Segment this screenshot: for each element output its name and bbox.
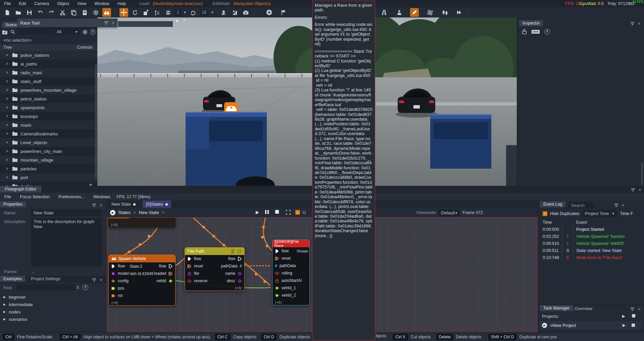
flowgraph-menu-item[interactable]: Focus Selection <box>15 195 54 199</box>
fit-view-icon[interactable] <box>286 210 291 215</box>
tree-item-petrol_station[interactable]: >petrol_station <box>0 94 97 103</box>
tree-scrollbar[interactable] <box>95 65 97 179</box>
graph-play-badge-icon[interactable]: ▶ <box>110 210 115 215</box>
pin-vehId_1[interactable]: vehId_1 <box>273 284 309 292</box>
pin-flow[interactable]: flow <box>185 255 210 262</box>
graph-pause-button[interactable] <box>265 210 269 214</box>
filter-menu-icon[interactable] <box>92 204 96 207</box>
close-icon[interactable]: × <box>100 277 102 283</box>
tree-item-powerlines_city_main[interactable]: >powerlines_city_main <box>0 147 97 156</box>
traffic-cone-button[interactable] <box>395 8 404 17</box>
pin-file[interactable]: file <box>185 270 210 277</box>
project-run-button[interactable]: ▶ <box>623 323 626 328</box>
update-checkbox[interactable]: ✓ <box>295 210 300 215</box>
project-row[interactable]: ▶ >New Project ▶ <box>539 321 643 329</box>
filter-menu-icon[interactable] <box>92 278 96 282</box>
pin-loaded[interactable]: loaded <box>152 270 175 277</box>
add-folder-icon[interactable] <box>2 29 8 35</box>
world-space-button[interactable]: w <box>153 8 161 17</box>
menu-item-help[interactable]: Help <box>113 1 130 6</box>
tree-item-Level_objects[interactable]: >Level_objects <box>0 138 97 147</box>
pin-pathData[interactable]: pathData# <box>219 262 244 270</box>
expand-chevron-icon[interactable]: > <box>5 131 9 136</box>
save-button[interactable] <box>25 8 34 17</box>
help-icon[interactable]: ? <box>544 29 550 35</box>
close-icon[interactable]: × <box>100 203 102 208</box>
event-log-tab[interactable]: Event Log <box>540 201 565 207</box>
description-input[interactable]: This is the description for graph New <box>31 218 102 266</box>
breadcrumb-root[interactable]: States <box>118 210 131 215</box>
pin-vehId[interactable]: vehId <box>152 277 175 285</box>
project-settings-tab[interactable]: Project Settings <box>26 276 60 281</box>
pin-flow[interactable]: flow <box>152 262 175 270</box>
example-category-nodes[interactable]: ▶nodes <box>0 308 106 315</box>
pin-flow[interactable]: flow <box>219 255 244 262</box>
close-icon[interactable]: × <box>183 18 186 23</box>
pin-rolling[interactable]: rolling <box>273 269 309 277</box>
snap-size-caret[interactable]: ▼ <box>184 11 187 14</box>
pin-rot[interactable]: rot <box>109 292 131 299</box>
player-camera-button[interactable] <box>219 8 228 17</box>
inspector-scrollbar[interactable] <box>641 162 643 185</box>
race-tool-window[interactable]: Race Tool <box>17 18 117 27</box>
projects-run-button[interactable]: ▶ <box>622 314 625 318</box>
graph-play-button[interactable]: ▶ <box>256 210 259 215</box>
tree-item-particles[interactable]: >particles <box>0 164 97 173</box>
tree-column-header[interactable]: Tree <box>3 45 12 50</box>
lock-icon[interactable] <box>522 29 527 35</box>
tree-filter-dropdown[interactable]: All▼ <box>55 29 80 35</box>
inspector-tab[interactable]: Inspector <box>519 20 543 26</box>
new-file-button[interactable] <box>3 8 11 17</box>
example-category-beginner[interactable]: ▶beginner <box>0 293 106 301</box>
filter-menu-icon[interactable] <box>104 21 108 25</box>
expand-chevron-icon[interactable]: > <box>5 149 9 154</box>
task-manager-tab[interactable]: Task Manager <box>540 305 573 311</box>
time-column-header[interactable]: Time <box>538 220 562 225</box>
pin-reset[interactable]: reset <box>273 255 309 262</box>
tree-item-spawnpoints[interactable]: >spawnpoints <box>0 103 97 112</box>
filter-menu-icon[interactable] <box>614 204 618 207</box>
graph-stop-button[interactable] <box>275 210 279 214</box>
event-log-row[interactable]: 0:02:252IVehicle Spawned "bastion <box>538 233 644 240</box>
settings-gear-icon[interactable] <box>91 8 100 17</box>
flowgraph-menu-item[interactable]: Preferences... <box>54 195 89 199</box>
expand-chevron-icon[interactable]: > <box>5 166 9 171</box>
pin-name[interactable]: name <box>219 270 244 277</box>
screenshot-camera-button[interactable] <box>242 8 250 17</box>
event-column-header[interactable]: Event <box>574 220 644 225</box>
menu-item-view[interactable]: View <box>73 1 90 6</box>
node-file-path[interactable]: File Path flowresetfilereverse flowpathD… <box>185 247 245 291</box>
menu-item-camera[interactable]: Camera <box>30 1 53 6</box>
close-icon[interactable]: × <box>638 306 641 312</box>
target-icon[interactable] <box>83 29 88 35</box>
rotate-snap-button[interactable] <box>189 8 198 17</box>
project-stop-button[interactable] <box>632 324 635 327</box>
flowgraph-menu-item[interactable]: Windows <box>89 195 115 199</box>
tree-item-port[interactable]: >port <box>0 173 97 182</box>
undo-button[interactable] <box>36 8 45 17</box>
event-log-row[interactable]: 0:10:749ENode Error in "File Race" <box>538 254 644 261</box>
node-spawn-vehicle[interactable]: Spawn Vehicle flowmodelconfigposrot flow… <box>108 255 176 306</box>
example-category-intermediate[interactable]: ▶intermediate <box>0 301 106 308</box>
physics-atom-button[interactable] <box>426 8 435 17</box>
help-icon[interactable]: ? <box>90 29 95 35</box>
expand-chevron-icon[interactable]: > <box>5 123 9 127</box>
time-of-day-button[interactable] <box>231 8 239 17</box>
expand-chevron-icon[interactable]: > <box>5 61 9 66</box>
flowgraph-menu-item[interactable]: File <box>0 195 15 199</box>
new-inspector-badge[interactable]: NEW <box>532 30 540 34</box>
menu-item-edit[interactable]: Edit <box>15 1 30 6</box>
event-log-row[interactable]: 0:05:511SState started: New State <box>538 247 644 254</box>
filter-menu-icon[interactable] <box>630 307 635 311</box>
pin-vehId_2[interactable]: vehId_2 <box>273 292 309 299</box>
paste-button[interactable] <box>80 8 89 17</box>
tree-item-radio_mast[interactable]: >radio_mast <box>0 68 97 77</box>
tree-item-roads[interactable]: >roads <box>0 121 97 129</box>
project-play-badge-icon[interactable]: ▶ <box>542 323 547 328</box>
pin-pathData[interactable]: #pathData <box>273 262 309 269</box>
breadcrumb-current[interactable]: New State <box>139 210 159 215</box>
viewport-3d-scene[interactable]: ▶ × <box>97 17 517 186</box>
find-input[interactable] <box>16 284 75 291</box>
cut-button[interactable] <box>58 8 67 17</box>
menu-item-object[interactable]: Object <box>53 1 73 6</box>
